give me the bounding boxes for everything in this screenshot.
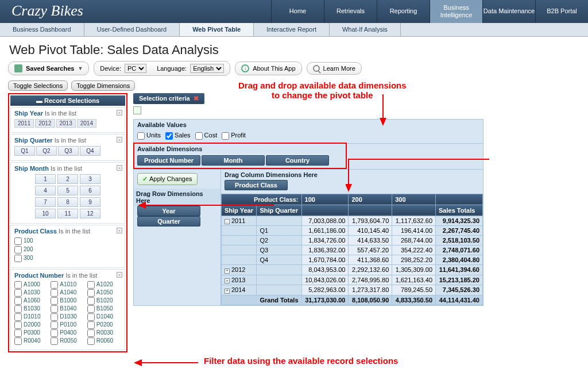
record-selections-header: ▬ Record Selections xyxy=(10,95,125,106)
filter-checkbox[interactable]: R0030 xyxy=(87,329,121,337)
available-values-row: UnitsSalesCostProfit xyxy=(134,130,483,143)
minimize-icon[interactable]: - xyxy=(117,272,122,278)
topnav-item[interactable]: B2B Portal xyxy=(535,0,588,23)
filter-ship-year: - Ship Year Is in the list 2011201220132… xyxy=(10,107,125,133)
subnav-item[interactable]: What-If Analysis xyxy=(330,23,401,36)
expand-icon[interactable]: + xyxy=(225,278,230,283)
expand-icon[interactable]: + xyxy=(225,268,230,274)
dimension-pill[interactable]: Year xyxy=(137,206,200,216)
value-checkbox[interactable]: Sales xyxy=(165,132,191,139)
filter-ship-month: - Ship Month Is in the list 123456789101… xyxy=(10,162,125,224)
filter-checkbox[interactable]: A1010 xyxy=(51,281,84,289)
filter-value[interactable]: 12 xyxy=(80,209,100,218)
filter-checkbox[interactable]: B1040 xyxy=(51,305,84,313)
filter-value[interactable]: Q4 xyxy=(80,146,100,156)
topnav-item[interactable]: Data Maintenance xyxy=(482,0,535,23)
topnav-item[interactable]: Business Intelligence xyxy=(430,0,482,23)
dimension-pill[interactable]: Quarter xyxy=(137,216,200,227)
filter-checkbox[interactable]: D1040 xyxy=(87,313,121,321)
filter-checkbox[interactable]: P0300 xyxy=(14,329,48,337)
subnav-item[interactable]: Interactive Report xyxy=(254,23,330,36)
filter-value[interactable]: 2012 xyxy=(35,119,55,128)
filter-value[interactable]: 7 xyxy=(35,197,56,207)
minimize-icon[interactable]: - xyxy=(117,137,122,143)
filter-checkbox[interactable]: D1030 xyxy=(51,313,84,321)
filter-value[interactable]: 4 xyxy=(35,186,56,195)
filter-checkbox[interactable]: P0200 xyxy=(87,321,121,329)
filter-checkbox[interactable]: A1000 xyxy=(14,281,48,289)
filter-checkbox[interactable]: R0050 xyxy=(51,337,84,345)
filter-value[interactable]: 3 xyxy=(80,174,100,184)
filter-value[interactable]: Q3 xyxy=(58,146,79,156)
learn-more-button[interactable]: Learn More xyxy=(307,62,362,75)
about-app-button[interactable]: i About This App xyxy=(235,62,301,75)
top-navbar: Crazy Bikes HomeRetrievalsReportingBusin… xyxy=(0,0,588,23)
column-dimensions-dropzone[interactable]: Product Class xyxy=(221,180,483,194)
filter-checkbox[interactable]: R0060 xyxy=(87,337,121,345)
filter-checkbox[interactable]: P0100 xyxy=(51,321,84,329)
dimension-pill[interactable]: Month xyxy=(202,155,265,166)
filter-checkbox[interactable]: D2000 xyxy=(14,321,48,329)
filter-checkbox[interactable]: A1030 xyxy=(14,289,48,297)
topnav-item[interactable]: Retrievals xyxy=(324,0,377,23)
close-icon[interactable]: ✖ xyxy=(194,95,199,102)
filter-value[interactable]: 9 xyxy=(80,197,100,207)
subnav-item[interactable]: Business Dashboard xyxy=(0,23,84,36)
apply-changes-button[interactable]: ✓Apply Changes xyxy=(137,173,198,185)
toolbar: Saved Searches ▼ Device: PC Language: En… xyxy=(0,61,588,80)
minimize-icon[interactable]: - xyxy=(117,110,122,116)
filter-checkbox[interactable]: B1020 xyxy=(87,297,121,305)
saved-searches-button[interactable]: Saved Searches ▼ xyxy=(8,62,89,75)
filter-checkbox[interactable]: 300 xyxy=(14,254,121,263)
filter-value[interactable]: 8 xyxy=(57,197,78,207)
toggle-selections-button[interactable]: Toggle Selections xyxy=(8,80,68,91)
filter-value[interactable]: 2011 xyxy=(14,119,34,128)
filter-checkbox[interactable]: A1050 xyxy=(87,289,121,297)
filter-checkbox[interactable]: A1060 xyxy=(14,297,48,305)
minimize-icon[interactable]: - xyxy=(117,165,122,171)
record-selections-panel: ▬ Record Selections - Ship Year Is in th… xyxy=(8,93,127,352)
selection-criteria-chip[interactable]: Selection criteria✖ xyxy=(133,93,204,104)
minimize-icon[interactable]: - xyxy=(117,228,122,233)
filter-checkbox[interactable]: 200 xyxy=(14,245,121,254)
toggle-dimensions-button[interactable]: Toggle Dimensions xyxy=(71,80,135,91)
filter-value[interactable]: 11 xyxy=(57,209,78,218)
filter-value[interactable]: 10 xyxy=(35,209,56,218)
filter-value[interactable]: 6 xyxy=(80,186,100,195)
value-checkbox[interactable]: Profit xyxy=(222,132,246,139)
filter-checkbox[interactable]: B1050 xyxy=(87,305,121,313)
filter-value[interactable]: 2014 xyxy=(77,119,96,128)
topnav-item[interactable]: Reporting xyxy=(377,0,430,23)
device-select[interactable]: PC xyxy=(125,64,146,73)
filter-checkbox[interactable]: 100 xyxy=(14,237,121,245)
value-checkbox[interactable]: Units xyxy=(137,132,161,139)
filter-checkbox[interactable]: B1030 xyxy=(14,305,48,313)
language-select[interactable]: English xyxy=(190,64,224,73)
expand-icon[interactable]: - xyxy=(225,219,230,224)
dimension-pill[interactable]: Product Class xyxy=(225,180,288,190)
filter-value[interactable]: 5 xyxy=(57,186,78,195)
topnav-item[interactable]: Home xyxy=(271,0,324,23)
value-checkbox[interactable]: Cost xyxy=(195,132,218,139)
subnav-item[interactable]: Web Pivot Table xyxy=(180,23,254,36)
filter-checkbox[interactable]: A1020 xyxy=(87,281,121,289)
expand-icon[interactable]: + xyxy=(225,289,230,294)
filter-value[interactable]: 2 xyxy=(57,174,78,184)
dimension-pill[interactable]: Product Number xyxy=(137,155,200,166)
search-icon xyxy=(313,65,320,72)
filter-checkbox[interactable]: B1000 xyxy=(51,297,84,305)
export-excel-icon[interactable] xyxy=(133,106,141,114)
subnav-item[interactable]: User-Defined Dashboard xyxy=(84,23,180,36)
filter-checkbox[interactable]: P0400 xyxy=(51,329,84,337)
row-dimensions-dropzone[interactable]: YearQuarter xyxy=(134,206,220,230)
filter-value[interactable]: 2013 xyxy=(56,119,76,128)
filter-value[interactable]: 1 xyxy=(35,174,56,184)
dimension-pill[interactable]: Country xyxy=(266,155,329,166)
device-language-group: Device: PC Language: English xyxy=(94,61,230,76)
filter-checkbox[interactable]: D1010 xyxy=(14,313,48,321)
filter-value[interactable]: Q2 xyxy=(36,146,57,156)
filter-value[interactable]: Q1 xyxy=(14,146,35,156)
filter-checkbox[interactable]: A1040 xyxy=(51,289,84,297)
filter-checkbox[interactable]: R0040 xyxy=(14,337,48,345)
top-nav: HomeRetrievalsReportingBusiness Intellig… xyxy=(271,0,588,23)
